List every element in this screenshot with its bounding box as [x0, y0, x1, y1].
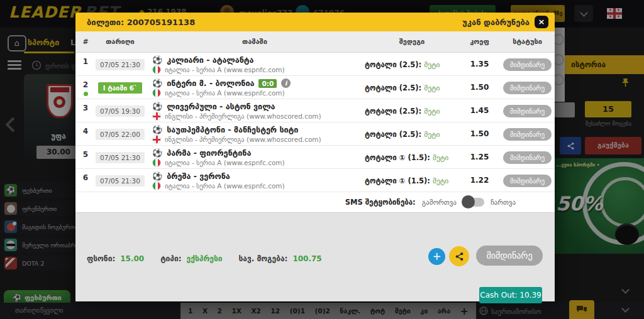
football-icon: ⚽ — [152, 171, 162, 181]
bets-table-body: 1 07/05 21:30 ⚽ კალიარი - ატალანტა იტალი… — [75, 53, 555, 192]
bet-date-cell: I ტაიმი 6` — [96, 76, 145, 99]
header-game: თამაში — [145, 31, 365, 52]
country-flag-icon — [152, 89, 161, 97]
score-badge: 0:0 — [258, 79, 277, 88]
status-badge: მიმდინარე — [503, 58, 552, 71]
ticket-footer: ფსონი: 15.00 ტიპი: ექსპრესი სავ. მოგება:… — [75, 212, 555, 301]
bet-date-cell: 07/05 22:00 — [96, 122, 145, 146]
sms-label: SMS შეტყობინება: — [345, 198, 416, 207]
bet-coef-cell: 1.25 — [459, 146, 500, 169]
status-badge: მიმდინარე — [503, 105, 552, 117]
bet-game-cell: ⚽ ბრეშა - ვერონა იტალია - სერია A (www.e… — [145, 169, 365, 192]
league-name: იტალია - სერია A (www.espnfc.com) — [165, 159, 285, 166]
sms-toggle[interactable] — [463, 198, 484, 207]
header-num: # — [75, 31, 96, 52]
status-badge: მიმდინარე — [503, 128, 552, 141]
league-name: იტალია - სერია A (www.espnfc.com) — [165, 66, 285, 73]
bet-date: 07/05 21:30 — [96, 152, 145, 163]
bet-game-cell: ⚽ ინტერი მ. - ბოლონია 0:0 i იტალია - სერ… — [145, 76, 365, 99]
bet-row: 6 07/05 21:30 ⚽ ბრეშა - ვერონა იტალია - … — [75, 169, 555, 192]
bet-number-cell: 1 — [75, 53, 96, 76]
football-icon: ⚽ — [152, 78, 162, 88]
bet-date: 07/05 19:30 — [96, 105, 145, 117]
bet-date-cell: 07/05 19:30 — [96, 99, 145, 122]
bet-status-cell: მიმდინარე — [500, 76, 555, 99]
bets-table-header: # თარიღი თამაში შედეგი კოეფ სტატუსი — [75, 31, 555, 53]
live-dot — [84, 92, 88, 96]
bet-game-cell: ⚽ პარმა - ფიორენტინა იტალია - სერია A (w… — [145, 146, 365, 169]
bet-date: 07/05 21:30 — [96, 59, 145, 70]
bet-result-cell: ტოტალი ① (1.5):მეტი — [365, 169, 459, 192]
bet-number-cell: 3 — [75, 99, 96, 122]
share-ticket-button[interactable] — [449, 246, 469, 266]
stake-label: ფსონი: — [87, 254, 115, 263]
bet-number-cell: 5 — [75, 146, 96, 169]
country-flag-icon — [152, 65, 161, 74]
ticket-modal-header: ბილეთი: 200705191138 უკან დაბრუნება × — [75, 13, 555, 31]
bet-date-cell: 07/05 21:30 — [96, 169, 145, 192]
bet-status-cell: მიმდინარე — [500, 99, 555, 122]
ticket-summary: ფსონი: 15.00 ტიპი: ექსპრესი სავ. მოგება:… — [87, 254, 333, 263]
bet-result-cell: ტოტალი (2.5):მეტი — [365, 99, 459, 122]
betting-site-page: LEADERBET 216 1938 mavelios777 671976 ბა… — [0, 0, 644, 319]
football-icon: ⚽ — [152, 102, 162, 111]
game-title[interactable]: კალიარი - ატალანტა — [167, 55, 253, 65]
header-result: შედეგი — [365, 31, 459, 52]
share-icon — [455, 252, 464, 261]
header-status: სტატუსი — [500, 31, 555, 52]
ticket-title: ბილეთი: 200705191138 — [87, 18, 195, 27]
close-icon[interactable]: × — [535, 16, 548, 28]
bet-result-cell: ტოტალი ① (1.5):მეტი — [365, 146, 459, 169]
info-icon[interactable]: i — [281, 78, 291, 88]
bet-status-cell: მიმდინარე — [500, 53, 555, 76]
bet-coef-cell: 1.50 — [459, 122, 500, 146]
bet-result-cell: ტოტალი (2.5):მეტი — [365, 122, 459, 146]
bet-game-cell: ⚽ საუთჰემპტონი - მანჩესტერ სიტი ინგლისი … — [145, 122, 365, 146]
bet-number-cell: 2 — [75, 76, 96, 99]
type-label: ტიპი: — [160, 254, 181, 263]
bet-status-cell: მიმდინარე — [500, 122, 555, 146]
bet-date: 07/05 21:30 — [96, 175, 145, 187]
ticket-status-button: მიმდინარე — [476, 246, 543, 266]
game-title[interactable]: პარმა - ფიორენტინა — [167, 148, 251, 158]
header-date: თარიღი — [96, 31, 145, 52]
bet-row: 4 07/05 22:00 ⚽ საუთჰემპტონი - მანჩესტერ… — [75, 122, 555, 146]
league-name: ინგლისი - პრემიერლიგა (www.whoscored.com… — [165, 136, 321, 143]
bet-status-cell: მიმდინარე — [500, 146, 555, 169]
bet-game-cell: ⚽ კალიარი - ატალანტა იტალია - სერია A (w… — [145, 53, 365, 76]
bet-number-cell: 6 — [75, 169, 96, 192]
country-flag-icon — [152, 181, 161, 190]
status-badge: მიმდინარე — [503, 175, 552, 187]
status-badge: მიმდინარე — [503, 82, 552, 94]
back-button[interactable]: უკან დაბრუნება × — [462, 16, 548, 28]
type-value: ექსპრესი — [187, 254, 223, 263]
game-title[interactable]: საუთჰემპტონი - მანჩესტერ სიტი — [167, 125, 298, 134]
ticket-modal: ბილეთი: 200705191138 უკან დაბრუნება × # … — [75, 13, 555, 301]
bet-result-cell: ტოტალი (2.5):მეტი — [365, 76, 459, 99]
sms-off-label: გამორთვა — [422, 198, 457, 207]
football-icon: ⚽ — [152, 125, 162, 134]
cashout-button[interactable]: Cash Out: 10.39 — [479, 287, 542, 303]
country-flag-icon — [152, 135, 161, 144]
possible-win-label: სავ. მოგება: — [239, 254, 288, 263]
bet-date-cell: 07/05 21:30 — [96, 53, 145, 76]
game-title[interactable]: ბრეშა - ვერონა — [167, 171, 230, 181]
league-name: იტალია - სერია A (www.espnfc.com) — [165, 89, 285, 97]
bet-status-cell: მიმდინარე — [500, 169, 555, 192]
bet-result-cell: ტოტალი (2.5):მეტი — [365, 53, 459, 76]
league-name: ინგლისი - პრემიერლიგა (www.whoscored.com… — [165, 112, 321, 120]
league-name: იტალია - სერია A (www.espnfc.com) — [165, 182, 285, 190]
game-title[interactable]: ინტერი მ. - ბოლონია — [167, 78, 254, 88]
bet-date: 07/05 22:00 — [96, 129, 145, 140]
bet-number-cell: 4 — [75, 122, 96, 146]
bet-coef-cell: 1.45 — [459, 99, 500, 122]
add-button[interactable]: + — [428, 248, 445, 265]
toggle-knob — [462, 195, 475, 208]
game-title[interactable]: ლივერპული - ასტონ ვილა — [167, 102, 275, 111]
sms-notification-row: SMS შეტყობინება: გამორთვა ჩართვა — [75, 192, 555, 212]
country-flag-icon — [152, 112, 161, 121]
football-icon: ⚽ — [152, 55, 162, 65]
bet-coef-cell: 1.35 — [459, 53, 500, 76]
bet-game-cell: ⚽ ლივერპული - ასტონ ვილა ინგლისი - პრემი… — [145, 99, 365, 122]
bet-coef-cell: 1.22 — [459, 169, 500, 192]
